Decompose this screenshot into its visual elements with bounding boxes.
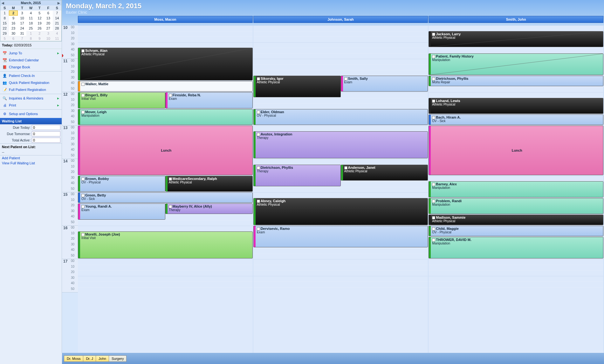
- appointment[interactable]: Mover, LeighManipulation: [78, 109, 253, 125]
- appointment[interactable]: Lohand, LewisAthletic Physical: [429, 98, 603, 114]
- calendar-day[interactable]: 28: [53, 26, 61, 31]
- view-tab[interactable]: John: [96, 355, 109, 362]
- next-month-icon[interactable]: ▶: [58, 1, 60, 5]
- calendar-day[interactable]: 17: [18, 21, 26, 26]
- appointment[interactable]: Lunch: [429, 126, 603, 175]
- view-tab[interactable]: Dr. J: [83, 355, 96, 362]
- calendar-day[interactable]: 4: [53, 31, 61, 36]
- calendar-day[interactable]: 16: [9, 21, 17, 26]
- calendar-day[interactable]: 6: [44, 10, 52, 16]
- view-tab[interactable]: Dr. Moss: [64, 355, 83, 362]
- appointment[interactable]: Elder, OldmanOV - Physical: [253, 109, 428, 125]
- calendar-day[interactable]: 22: [0, 26, 9, 31]
- calendar-day[interactable]: 19: [35, 21, 44, 26]
- appointment[interactable]: Walker, Mattie: [78, 81, 253, 92]
- appointment[interactable]: Binger1, BillyInitial Visit: [78, 92, 165, 108]
- appointment[interactable]: Jackson, LarryAthletic Physical: [429, 31, 603, 47]
- calendar-day[interactable]: 3: [44, 31, 52, 36]
- appointment[interactable]: Anderson, JanetAthletic Physical: [341, 165, 428, 181]
- calendar-day[interactable]: 15: [0, 21, 9, 26]
- appointment[interactable]: Madison, SammieAthletic Physical: [429, 215, 603, 225]
- appointment[interactable]: MedicareSecondary, RalphAthletic Physica…: [165, 176, 253, 192]
- nav-item[interactable]: ⚙Setup and Options: [0, 110, 62, 117]
- nav-item[interactable]: 👤Patient Check-In: [0, 72, 62, 79]
- prev-month-icon[interactable]: ◀: [2, 1, 4, 5]
- calendar-day[interactable]: 10: [18, 16, 26, 21]
- appointment[interactable]: Patient, Family HistoryManipulation: [429, 53, 603, 75]
- calendar-day[interactable]: 11: [26, 16, 35, 21]
- calendar-day[interactable]: 10: [44, 36, 52, 41]
- waiting-list-link[interactable]: View Full Waiting List: [0, 161, 62, 166]
- nav-item[interactable]: 📆Extended Calendar: [0, 57, 62, 64]
- schedule-column[interactable]: Schram, AlanAthletic PhysicalWalker, Mat…: [78, 25, 253, 353]
- appointment[interactable]: Barney, AlexManipulation: [429, 181, 603, 197]
- calendar-day[interactable]: 25: [26, 26, 35, 31]
- appointment[interactable]: Fireside, Reba N.Exam: [165, 92, 253, 108]
- calendar-day[interactable]: 12: [35, 16, 44, 21]
- provider-column-header[interactable]: Johnson, Sarah: [253, 16, 428, 23]
- nav-item[interactable]: 📝Full Patient Registration: [0, 86, 62, 93]
- calendar-day[interactable]: 24: [18, 26, 26, 31]
- appointment[interactable]: Young, Randi A.Exam: [78, 203, 165, 220]
- calendar-day[interactable]: 8: [26, 36, 35, 41]
- appointment[interactable]: Green, BettyOV - Sick: [78, 192, 253, 203]
- nav-item[interactable]: 📅Jump To▶: [0, 50, 62, 57]
- calendar-day[interactable]: 29: [0, 31, 9, 36]
- waiting-list-count[interactable]: [32, 131, 60, 136]
- calendar-day[interactable]: 27: [44, 26, 52, 31]
- calendar-day[interactable]: 9: [35, 36, 44, 41]
- calendar-day[interactable]: 2: [9, 10, 17, 16]
- nav-item[interactable]: 🖨Print▶: [0, 102, 62, 109]
- calendar-day[interactable]: 23: [9, 26, 17, 31]
- calendar-day[interactable]: 18: [26, 21, 35, 26]
- appointment[interactable]: Morelli, Joseph (Joe)Initial Visit: [78, 231, 253, 259]
- main-area: Monday, March 2, 2015 Baxter Clinic Moss…: [62, 0, 604, 353]
- calendar-day[interactable]: 30: [9, 31, 17, 36]
- calendar-day[interactable]: 21: [53, 21, 61, 26]
- nav-item[interactable]: 👥Quick Patient Registration: [0, 79, 62, 86]
- appointment[interactable]: Child, MaggieOV - Physical: [429, 226, 603, 236]
- schedule-column[interactable]: Sikorsky, IgorAthletic PhysicalSmith, Sa…: [253, 25, 429, 353]
- appointment[interactable]: Bach, Hiram A.OV - Sick: [429, 114, 603, 125]
- calendar-day[interactable]: 26: [35, 26, 44, 31]
- view-tab[interactable]: Surgery: [109, 355, 127, 362]
- calendar-day[interactable]: 8: [0, 16, 9, 21]
- appointment[interactable]: Dervisevic, RamoExam: [253, 226, 428, 247]
- calendar-day[interactable]: 6: [9, 36, 17, 41]
- calendar-day[interactable]: 7: [18, 36, 26, 41]
- calendar-day[interactable]: 14: [53, 16, 61, 21]
- calendar-day[interactable]: 1: [0, 10, 9, 16]
- appointment[interactable]: Lunch: [78, 126, 253, 175]
- calendar-day[interactable]: 31: [18, 31, 26, 36]
- calendar-day[interactable]: 7: [53, 10, 61, 16]
- appointment[interactable]: THROWER, DAVID M.Manipulation: [429, 237, 603, 258]
- waiting-list-count[interactable]: [32, 138, 60, 143]
- appointment[interactable]: Schram, AlanAthletic Physical: [78, 48, 253, 80]
- calendar-day[interactable]: 5: [35, 10, 44, 16]
- calendar-day[interactable]: 1: [26, 31, 35, 36]
- provider-column-header[interactable]: Smith, John: [429, 16, 603, 23]
- nav-item[interactable]: 🔍Inquiries & Reminders▶: [0, 95, 62, 102]
- calendar-day[interactable]: 13: [44, 16, 52, 21]
- appointment[interactable]: Smith, SallyExam: [341, 76, 428, 92]
- calendar-day[interactable]: 11: [53, 36, 61, 41]
- schedule-column[interactable]: Jackson, LarryAthletic PhysicalPatient, …: [429, 25, 604, 353]
- calendar-day[interactable]: 5: [0, 36, 9, 41]
- waiting-list-link[interactable]: Add Patient: [0, 155, 62, 161]
- waiting-list-count[interactable]: [32, 125, 60, 130]
- appointment[interactable]: Abney, CaleighAthletic Physical: [253, 198, 428, 225]
- calendar-day[interactable]: 3: [18, 10, 26, 16]
- calendar-day[interactable]: 2: [35, 31, 44, 36]
- appointment[interactable]: Brown, BobbyOV - Physical: [78, 176, 165, 192]
- appointment[interactable]: Dietrichson, PhyllisMohs Repair: [429, 76, 603, 86]
- appointment[interactable]: Mayberry IV, Alice (Ally)Therapy: [165, 203, 253, 214]
- calendar-day[interactable]: 9: [9, 16, 17, 21]
- provider-column-header[interactable]: Moss, Macon: [78, 16, 253, 23]
- calendar-day[interactable]: 20: [44, 21, 52, 26]
- appointment[interactable]: Dietrichson, PhyllisTherapy: [253, 165, 341, 186]
- appointment[interactable]: Sikorsky, IgorAthletic Physical: [253, 76, 341, 97]
- appointment[interactable]: Avutox, IntegrationTherapy: [253, 131, 428, 159]
- appointment[interactable]: Problem, RandiManipulation: [429, 198, 603, 214]
- calendar-day[interactable]: 4: [26, 10, 35, 16]
- nav-item[interactable]: 📕Change Book: [0, 64, 62, 71]
